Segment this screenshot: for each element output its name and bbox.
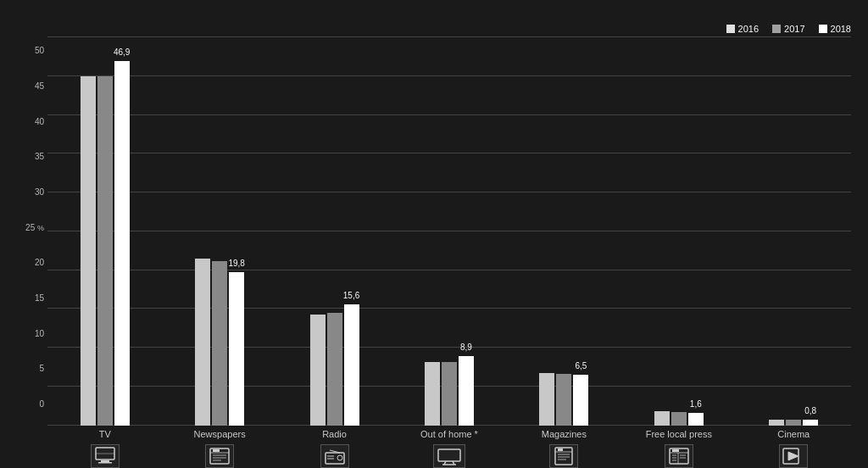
bars-wrapper-1: 19,8	[162, 37, 276, 426]
bar-3-2: 8,9	[459, 37, 474, 426]
legend-item-2018: 2018	[819, 24, 851, 34]
bar-fill-1-1	[212, 261, 227, 426]
bar-6-0	[769, 37, 784, 426]
bar-3-1	[442, 37, 457, 426]
y-tick-30: 30	[17, 187, 47, 197]
x-icon-3	[433, 444, 465, 468]
legend-swatch-2018	[819, 25, 827, 33]
bar-fill-0-0	[81, 76, 96, 426]
bar-0-1	[97, 37, 113, 426]
bar-fill-4-0	[539, 373, 554, 426]
bars-wrapper-2: 15,6	[277, 37, 392, 426]
svg-rect-2	[98, 462, 112, 464]
x-icon-1	[205, 444, 234, 468]
legend-item-2016: 2016	[726, 24, 759, 34]
bar-fill-1-0	[195, 259, 210, 426]
bar-4-1	[556, 37, 571, 426]
category-group-6: 0,8	[737, 37, 851, 426]
y-tick-50: 50	[17, 46, 47, 55]
bar-fill-3-1	[442, 362, 457, 426]
legend-swatch-2016	[726, 25, 735, 33]
bar-4-2: 6,5	[573, 37, 588, 426]
x-label-group-0: TV	[47, 426, 162, 468]
bar-fill-5-1	[671, 412, 687, 426]
bars-wrapper-4: 6,5	[507, 37, 621, 426]
y-tick-15: 15	[17, 293, 47, 303]
x-icon-2	[320, 444, 349, 468]
svg-rect-9	[213, 449, 220, 452]
x-label-group-6: Cinema	[737, 426, 851, 468]
bar-label-4-2: 6,5	[575, 361, 587, 370]
x-label-group-5: Free local press	[621, 426, 736, 468]
bars-wrapper-6: 0,8	[737, 37, 851, 426]
svg-rect-33	[672, 449, 679, 452]
bar-fill-6-1	[786, 420, 801, 425]
category-group-3: 8,9	[392, 37, 506, 426]
bar-fill-4-2: 6,5	[573, 375, 588, 426]
bar-1-0	[195, 37, 210, 426]
bar-fill-1-2: 19,8	[229, 272, 244, 426]
bar-3-0	[425, 37, 440, 426]
category-group-2: 15,6	[277, 37, 392, 426]
bar-5-0	[654, 37, 670, 426]
bar-fill-4-1	[556, 374, 571, 425]
x-label-text-3: Out of home *	[420, 429, 478, 440]
legend-item-2017: 2017	[772, 24, 804, 34]
bar-label-3-2: 8,9	[460, 343, 472, 352]
x-label-group-1: Newspapers	[162, 426, 276, 468]
svg-point-11	[337, 455, 342, 460]
bar-0-0	[81, 37, 96, 426]
bar-4-0	[539, 37, 554, 426]
category-group-5: 1,6	[621, 37, 736, 426]
y-tick-10: 10	[17, 329, 47, 338]
bar-label-5-2: 1,6	[690, 399, 702, 409]
y-tick-0: 0	[17, 399, 47, 409]
x-label-text-0: TV	[99, 429, 111, 440]
x-label-text-5: Free local press	[646, 429, 712, 440]
x-labels: TV Newspapers Radio Out of home * Magazi…	[47, 426, 851, 468]
chart-legend: 201620172018	[17, 24, 851, 34]
bar-label-0-2: 46,9	[114, 47, 130, 57]
bar-2-2: 15,6	[344, 37, 359, 426]
bar-label-1-2: 19,8	[228, 259, 244, 268]
x-label-text-1: Newspapers	[194, 429, 246, 440]
bar-1-2: 19,8	[229, 37, 244, 426]
category-group-4: 6,5	[507, 37, 621, 426]
bar-0-2: 46,9	[114, 37, 130, 426]
svg-rect-15	[438, 449, 460, 461]
bars-wrapper-3: 8,9	[392, 37, 506, 426]
bar-1-1	[212, 37, 227, 426]
chart-container: 201620172018 0 5 10 15 20 25 % 30 35 40 …	[0, 0, 868, 468]
bar-fill-3-0	[425, 362, 440, 426]
x-label-text-4: Magazines	[542, 429, 587, 440]
bar-label-2-2: 15,6	[343, 291, 359, 300]
bar-2-0	[310, 37, 326, 426]
bar-5-2: 1,6	[688, 37, 704, 426]
bar-fill-2-0	[310, 315, 326, 426]
x-icon-6	[779, 444, 808, 468]
bar-5-1	[671, 37, 687, 426]
x-label-group-3: Out of home *	[392, 426, 506, 468]
plot-area: 46,919,815,68,96,51,60,8 TV Newspapers R…	[47, 37, 851, 468]
x-label-group-4: Magazines	[507, 426, 621, 468]
category-group-0: 46,9	[47, 37, 162, 426]
y-tick-40: 40	[17, 117, 47, 126]
x-icon-5	[665, 444, 693, 468]
bar-fill-6-0	[769, 420, 784, 425]
svg-marker-35	[788, 452, 798, 460]
bar-6-2: 0,8	[803, 37, 818, 426]
y-tick-20: 20	[17, 258, 47, 267]
bars-wrapper-5: 1,6	[621, 37, 736, 426]
bar-label-6-2: 0,8	[804, 406, 816, 415]
bar-6-1	[786, 37, 801, 426]
x-label-text-2: Radio	[322, 429, 347, 440]
bars-wrapper-0: 46,9	[47, 37, 162, 426]
svg-rect-24	[558, 448, 563, 451]
bars-row: 46,919,815,68,96,51,60,8	[47, 37, 851, 426]
bar-2-1	[327, 37, 342, 426]
x-icon-4	[549, 444, 578, 468]
legend-swatch-2017	[772, 25, 781, 33]
bar-fill-0-1	[97, 76, 113, 426]
bar-fill-3-2: 8,9	[459, 356, 474, 425]
bar-fill-6-2: 0,8	[803, 420, 818, 426]
